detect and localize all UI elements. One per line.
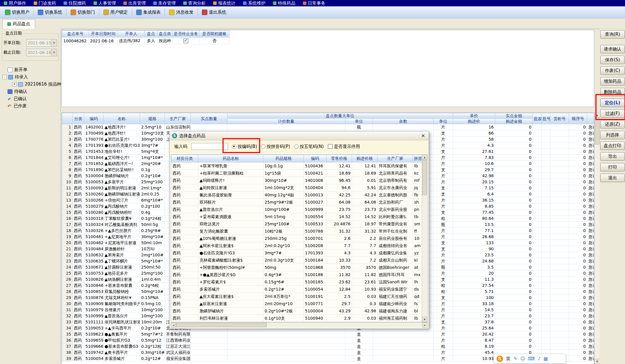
menu-item-7[interactable]: 查询分析	[179, 0, 209, 6]
table-row[interactable]: 36西药5109659●甲钴胺片G30.5mg*12江西青峰药业有限盒片8.47…	[62, 337, 595, 343]
scroll-down-icon[interactable]: ▼	[422, 317, 427, 322]
column-header[interactable]: 货柜号	[550, 113, 569, 124]
tree-item-4[interactable]: 待确认	[2, 88, 60, 95]
menu-item-6[interactable]: 库存管理	[150, 0, 179, 6]
close-icon[interactable]: ✕	[420, 133, 426, 139]
column-header[interactable]: 药品名称	[198, 155, 263, 162]
query-button[interactable]: 查询(R)	[600, 30, 625, 39]
column-header[interactable]: 零售价格	[326, 155, 352, 162]
table-row[interactable]: 1西药1402001▲地西泮片!2.5mg*10山东信谊制药有限瓶片1600急诊	[62, 124, 595, 130]
table-row[interactable]: 西药+联苯苄唑乳膏10g:0.1g510043612.4112.41拜耳医药保健…	[171, 162, 422, 170]
column-header[interactable]: 批号	[542, 113, 550, 124]
column-header[interactable]: 盘点	[145, 30, 158, 37]
column-header[interactable]: 计价数量	[227, 119, 345, 124]
dialog-hscrollbar[interactable]: ◄ ►	[171, 322, 428, 327]
tree-item-6[interactable]: ↶已作废	[2, 102, 60, 110]
column-header[interactable]: 材质分类	[171, 155, 198, 162]
checkbox-icon[interactable]	[184, 39, 188, 43]
toolbar-button-4[interactable]: 用户锁定	[101, 8, 130, 16]
menu-item-8[interactable]: 报表统计	[209, 0, 239, 6]
column-header[interactable]: 顺序号	[569, 113, 587, 124]
table-row[interactable]: 西药胞磷胆碱钠片0.2g*10#*2板510000443.2942.98福建省闽…	[171, 307, 422, 315]
table-row[interactable]: 西药利巴韦林注射液0.1g*10支51009402.90.03福州海王福药制lb	[171, 315, 422, 322]
dialog-grid-scrollbar[interactable]: ▲ ▼	[422, 155, 427, 322]
toolbar-button-6[interactable]: 消息收发	[166, 8, 196, 16]
scrollbar-thumb[interactable]	[422, 160, 427, 195]
table-row[interactable]: 37西药5109666●塞来昔布胶囊G30.2g*12粒江苏正大清江制药盒粒8.…	[62, 343, 595, 349]
column-header[interactable]: 拼音	[413, 155, 422, 162]
inventory-print-button[interactable]: 盘点打印	[600, 142, 625, 150]
table-row[interactable]: 西药双环醇片25mg*9#*2板510002764.0864.08北京协和药厂s…	[171, 199, 422, 206]
order-row[interactable]: 1000462622021-06-16连志伟/382多人按品种否	[62, 37, 229, 44]
menu-item-10[interactable]: 特殊药品	[269, 0, 299, 6]
radio-by-pinyin[interactable]: 按拼音码(P)	[261, 144, 290, 149]
table-row[interactable]: 西药▲吗啡缓释片!30mg*10#140100896.450.01北京萌蒂制药有…	[171, 177, 422, 184]
column-header[interactable]: 编码	[304, 155, 326, 162]
ime-toolbar[interactable]: S 英 ✎ ☺ ⌨ ♪ ▦	[494, 354, 566, 363]
table-row[interactable]: 西药+阿替普酶粉针(50mg)¥50mg510186835703570德国Boe…	[171, 264, 422, 271]
column-header[interactable]: 购进价格	[352, 155, 378, 162]
smiley-icon[interactable]: ☺	[520, 356, 525, 361]
add-drug-button[interactable]: 增加药品	[600, 77, 625, 86]
column-header[interactable]: 名称	[103, 113, 140, 124]
tree-item-5[interactable]: ✔已确认	[2, 95, 60, 102]
tree-item-3[interactable]: +20210616 按品种多	[2, 81, 60, 88]
start-date-combo[interactable]: 2021-06-15 ▼	[26, 39, 57, 47]
toolbar-button-2[interactable]: 切换系统	[35, 8, 65, 16]
scroll-right-icon[interactable]: ►	[422, 323, 428, 328]
column-header[interactable]: 生产厂家	[165, 113, 191, 124]
menu-item-9[interactable]: 系统维护	[239, 0, 269, 6]
table-row[interactable]: 西药+枯草杆菌二联活菌颗粒1g*15袋510042118.6918.69北京韩美…	[171, 170, 422, 177]
scroll-up-icon[interactable]: ▲	[422, 155, 427, 160]
toolbar-button-5[interactable]: 集成报表	[134, 8, 163, 16]
dialog-titlebar[interactable]: S 选择盘点药品 ✕	[170, 131, 429, 140]
table-row[interactable]: 西药▲阿米卡星注射液$2ml:0.2g*1051002087.77.7成都倍特药…	[171, 242, 422, 249]
column-header[interactable]: 盘点类	[158, 30, 173, 37]
scrollbar-thumb[interactable]	[595, 118, 599, 144]
mic-icon[interactable]: ♪	[538, 356, 540, 361]
menu-item-5[interactable]: 出库管理	[120, 0, 150, 6]
table-row[interactable]: 西药多索茶碱片0.2g*12#510005412.8410.93福安药业集团宁d…	[171, 286, 422, 293]
column-header[interactable]: 分类	[73, 113, 84, 124]
menu-item-3[interactable]: 住院摆药	[60, 0, 90, 6]
column-header[interactable]: 单位	[345, 119, 373, 124]
tab-drug-inventory[interactable]: 药品盘点	[2, 19, 35, 29]
print-button[interactable]: 打印	[600, 163, 625, 171]
scroll-down-icon[interactable]: ▼	[595, 359, 600, 364]
menu-item-4[interactable]: 人事管理	[90, 0, 120, 6]
column-header[interactable]: 是否停止业务	[173, 30, 200, 37]
table-row[interactable]: 西药复方消化酶胶囊10粒*2板510078831.3231.32常州千红生化制f…	[171, 228, 422, 235]
main-grid-scrollbar[interactable]: ▲ ▼	[594, 113, 600, 364]
table-row[interactable]: 西药●右佐匹克隆片!G33mg*7#17013934.34.3成都康弘药业集yz	[171, 249, 422, 257]
column-header[interactable]: 开单人	[118, 30, 145, 37]
column-header[interactable]: 是否期初建账	[200, 30, 229, 37]
chevron-down-icon[interactable]: ▼	[51, 49, 57, 56]
sogou-logo-icon[interactable]: S	[497, 356, 503, 362]
scroll-left-icon[interactable]: ◄	[171, 323, 176, 328]
tree-item-1[interactable]: 新开单	[2, 66, 60, 73]
column-header[interactable]: 实点数量	[191, 113, 227, 124]
export-button[interactable]: 导出	[600, 152, 625, 161]
menu-item-1[interactable]: 用户操作	[0, 0, 30, 6]
column-header[interactable]: 编码	[84, 113, 103, 124]
table-row[interactable]: 西药▲庆大霉素注射液$2ml:8万单位*51001912.50.03福建汇天生物…	[171, 293, 422, 300]
column-header[interactable]: 单位	[434, 119, 453, 124]
table-row[interactable]: 西药▲间羟胺注射液1ml:10mg*2支510040494.65.91北京市永康…	[171, 184, 422, 191]
column-header[interactable]: 批发	[533, 113, 542, 124]
column-header[interactable]: 盘点单号	[62, 30, 89, 37]
save-button[interactable]: 保存(S)	[600, 56, 625, 64]
request-confirm-button[interactable]: 请求确认	[600, 45, 625, 53]
table-row[interactable]: 35西药5109623●▲奥氮平片5mg*7#*2齐鲁制药有限公司盒片20.42…	[62, 331, 595, 337]
column-header[interactable]: 规格	[140, 113, 165, 124]
show-disabled-checkbox[interactable]: 是否显示停用	[328, 144, 360, 149]
collapse-icon[interactable]: -	[2, 75, 7, 79]
end-date-combo[interactable]: 2021-06-16 ▼	[26, 49, 57, 56]
column-header[interactable]: 余数	[373, 119, 434, 124]
chevron-down-icon[interactable]: ▼	[51, 39, 57, 46]
table-row[interactable]: 西药▲呋塞米注射液2ml:20mg*10510077129.70.3福建南少林药…	[171, 300, 422, 307]
column-header[interactable]: 购进价	[453, 119, 495, 124]
pen-icon[interactable]: ✎	[513, 356, 517, 361]
radio-by-wubi[interactable]: 按五笔码(N)	[294, 144, 324, 149]
table-row[interactable]: 西药双嘧达莫片25mg*100#510053320.487618.97常州康普药…	[171, 220, 422, 228]
ime-language-indicator[interactable]: 英	[506, 356, 511, 362]
